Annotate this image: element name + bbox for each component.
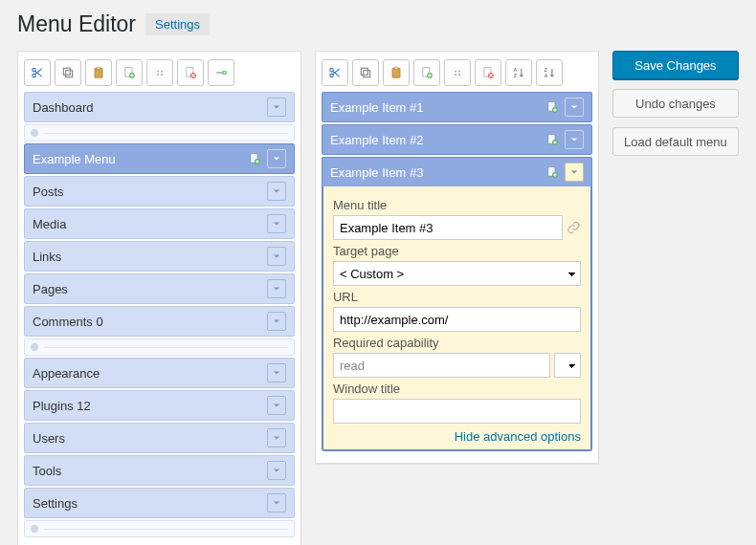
expand-chevron-icon[interactable] <box>267 493 286 512</box>
window-title-input[interactable] <box>333 399 581 424</box>
submenu-item-label: Example Item #3 <box>330 165 545 180</box>
svg-text:A: A <box>514 67 518 73</box>
submenu-item[interactable]: Example Item #2 <box>322 124 592 155</box>
menu-item-label: Media <box>33 217 267 231</box>
left-toolbar <box>24 59 295 86</box>
svg-rect-5 <box>97 67 100 69</box>
menu-separator[interactable] <box>24 338 295 356</box>
expand-chevron-icon[interactable] <box>267 279 286 298</box>
save-button[interactable]: Save Changes <box>612 51 739 79</box>
side-actions: Save Changes Undo changes Load default m… <box>612 51 739 156</box>
paste-icon[interactable] <box>85 59 112 86</box>
delete-item-icon[interactable] <box>475 59 501 86</box>
svg-text:Z: Z <box>545 67 548 73</box>
menu-item-label: Links <box>33 250 267 264</box>
sort-asc-icon[interactable]: AZ <box>505 59 532 86</box>
svg-rect-4 <box>95 68 102 77</box>
paste-icon[interactable] <box>383 59 410 86</box>
capability-label: Required capability <box>333 336 581 350</box>
menu-item[interactable]: Appearance <box>24 358 295 388</box>
menu-item[interactable]: Links <box>24 241 295 272</box>
copy-icon[interactable] <box>55 59 81 86</box>
submenu-item-label: Example Item #2 <box>330 133 545 147</box>
page-title: Menu Editor Settings <box>17 11 739 37</box>
undo-button[interactable]: Undo changes <box>612 89 739 118</box>
new-separator-icon[interactable] <box>208 59 234 86</box>
expand-chevron-icon[interactable] <box>267 182 286 201</box>
submenu-item[interactable]: Example Item #3 <box>322 157 592 186</box>
link-icon[interactable] <box>567 220 581 235</box>
cut-icon[interactable] <box>322 59 348 86</box>
expand-chevron-icon[interactable] <box>267 461 286 480</box>
submenu-item-label: Example Item #1 <box>330 100 545 115</box>
target-page-label: Target page <box>333 244 581 258</box>
menu-item[interactable]: Dashboard <box>24 92 295 122</box>
hide-item-icon[interactable] <box>444 59 471 86</box>
svg-rect-15 <box>364 71 370 77</box>
svg-rect-2 <box>66 71 73 77</box>
tab-settings[interactable]: Settings <box>145 13 210 35</box>
delete-item-icon[interactable] <box>177 59 204 86</box>
svg-rect-17 <box>392 68 400 77</box>
window-title-label: Window title <box>333 382 581 396</box>
menu-item-label: Users <box>33 431 267 446</box>
expand-chevron-icon[interactable] <box>267 98 286 117</box>
menu-item-label: Posts <box>33 185 267 199</box>
url-label: URL <box>333 290 581 304</box>
menu-separator[interactable] <box>24 124 295 142</box>
menu-item-label: Pages <box>33 282 267 296</box>
right-toolbar: AZ ZA <box>322 59 592 86</box>
load-default-button[interactable]: Load default menu <box>612 127 739 156</box>
hide-item-icon[interactable] <box>146 59 173 86</box>
menu-item-label: Plugins 12 <box>33 399 267 413</box>
svg-text:Z: Z <box>514 73 518 78</box>
expand-chevron-icon[interactable] <box>267 312 286 331</box>
menu-item-label: Comments 0 <box>33 315 267 329</box>
menu-item-label: Dashboard <box>33 100 267 115</box>
menu-title-input[interactable] <box>333 215 563 240</box>
menu-item[interactable]: Example Menu <box>24 143 295 174</box>
submenu-item[interactable]: Example Item #1 <box>322 92 592 122</box>
cut-icon[interactable] <box>24 59 51 86</box>
expand-chevron-icon[interactable] <box>565 98 584 117</box>
copy-icon[interactable] <box>352 59 379 86</box>
menu-separator[interactable] <box>24 520 295 537</box>
target-page-select[interactable]: < Custom > <box>333 261 581 286</box>
menu-item-label: Tools <box>33 464 267 478</box>
new-item-icon[interactable] <box>116 59 143 86</box>
svg-rect-3 <box>63 68 70 75</box>
new-item-icon[interactable] <box>413 59 440 86</box>
menu-item[interactable]: Tools <box>24 455 295 486</box>
expand-chevron-icon[interactable] <box>565 163 584 182</box>
expand-chevron-icon[interactable] <box>267 214 286 233</box>
expand-chevron-icon[interactable] <box>267 149 286 168</box>
menu-title-label: Menu title <box>333 198 581 212</box>
menu-item-label: Appearance <box>33 366 267 381</box>
menu-item-label: Settings <box>33 496 267 511</box>
expand-chevron-icon[interactable] <box>267 247 286 266</box>
submenu-panel: AZ ZA Example Item #1Example Item #2Exam… <box>315 51 599 464</box>
menu-item[interactable]: Comments 0 <box>24 306 295 337</box>
menu-item[interactable]: Users <box>24 423 295 453</box>
item-settings-form: Menu titleTarget page< Custom >URLRequir… <box>322 186 592 451</box>
capability-dropdown[interactable] <box>554 353 581 378</box>
expand-chevron-icon[interactable] <box>565 130 584 149</box>
expand-chevron-icon[interactable] <box>267 363 286 382</box>
menu-item[interactable]: Posts <box>24 176 295 207</box>
menu-item[interactable]: Plugins 12 <box>24 390 295 421</box>
sort-desc-icon[interactable]: ZA <box>536 59 563 86</box>
svg-rect-18 <box>394 67 398 69</box>
svg-rect-16 <box>361 68 367 75</box>
expand-chevron-icon[interactable] <box>267 396 286 415</box>
menu-item-label: Example Menu <box>33 152 248 166</box>
svg-text:A: A <box>545 73 548 78</box>
top-level-menu-panel: DashboardExample MenuPostsMediaLinksPage… <box>17 51 301 545</box>
menu-item[interactable]: Pages <box>24 273 295 304</box>
menu-item[interactable]: Media <box>24 208 295 239</box>
capability-input[interactable] <box>333 353 550 378</box>
expand-chevron-icon[interactable] <box>267 428 286 447</box>
hide-advanced-link[interactable]: Hide advanced options <box>333 424 581 444</box>
url-input[interactable] <box>333 307 581 332</box>
menu-item[interactable]: Settings <box>24 488 295 518</box>
